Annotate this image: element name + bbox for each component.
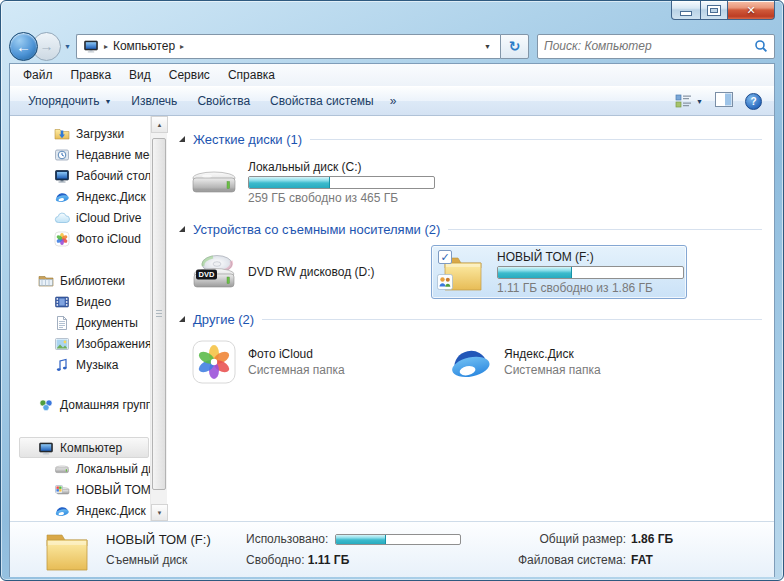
toolbar-right-group: ▼ ? <box>675 92 766 110</box>
close-icon: ✕ <box>746 4 755 17</box>
hard-drive-icon <box>190 164 238 200</box>
item-tile-yandex-disk[interactable]: Яндекс.Диск Системная папка <box>441 335 687 389</box>
collapse-triangle-icon <box>179 316 185 322</box>
change-view-button[interactable]: ▼ <box>675 93 703 109</box>
window-frame-bottom <box>1 577 783 581</box>
selection-checkbox[interactable]: ✓ <box>438 250 452 264</box>
system-properties-button[interactable]: Свойства системы <box>260 89 384 113</box>
check-icon: ✓ <box>440 251 449 263</box>
back-button[interactable]: ← <box>9 32 38 61</box>
sidebar-item-icloud-photos[interactable]: Фото iCloud <box>10 228 150 249</box>
sidebar-item-computer[interactable]: Компьютер <box>19 437 149 458</box>
capacity-bar <box>497 266 684 279</box>
group-hard-disks: Локальный диск (C:) 259 ГБ свободно из 4… <box>177 155 764 209</box>
sidebar-item-documents[interactable]: Документы <box>10 312 150 333</box>
title-bar[interactable]: ✕ <box>1 1 783 29</box>
drive-name: Локальный диск (C:) <box>248 160 427 174</box>
dvd-drive-icon: DVD <box>190 251 238 293</box>
address-dropdown-button[interactable]: ▼ <box>481 43 494 50</box>
sidebar-item-new-volume[interactable]: НОВЫЙ ТОМ (F: <box>10 479 150 500</box>
breadcrumb-separator-icon: ▸ <box>104 42 108 51</box>
help-button[interactable]: ? <box>745 93 762 110</box>
group-header-hard-disks[interactable]: Жесткие диски (1) <box>177 128 764 150</box>
properties-button[interactable]: Свойства <box>187 89 260 113</box>
preview-pane-button[interactable] <box>715 92 733 110</box>
sidebar-item-icloud-drive[interactable]: iCloud Drive <box>10 207 150 228</box>
explorer-window: ✕ ← → ▼ ▸ Компьютер ▸ ▼ ↻ Файл Правк <box>0 0 784 581</box>
sidebar-item-downloads[interactable]: Загрузки <box>10 123 150 144</box>
capacity-bar <box>248 176 435 189</box>
downloads-folder-icon <box>54 126 70 142</box>
sidebar-item-local-disk[interactable]: Локальный диск <box>10 458 150 479</box>
sidebar-item-pictures[interactable]: Изображения <box>10 333 150 354</box>
refresh-icon: ↻ <box>509 38 521 54</box>
search-box <box>537 34 775 59</box>
search-input[interactable] <box>544 39 754 53</box>
sidebar-item-recent-places[interactable]: Недавние места <box>10 144 150 165</box>
drive-tile-dvd[interactable]: DVD DVD RW дисковод (D:) <box>185 245 431 299</box>
minimize-icon <box>681 12 691 15</box>
scrollbar-thumb[interactable] <box>152 138 166 490</box>
hard-disk-icon <box>54 461 70 477</box>
group-header-other[interactable]: Другие (2) <box>177 308 764 330</box>
menu-tools[interactable]: Сервис <box>160 65 219 85</box>
eject-button[interactable]: Извлечь <box>121 89 187 113</box>
sidebar-item-yandex-disk-drive[interactable]: Яндекс.Диск <box>10 500 150 521</box>
free-label: Свободно: <box>246 553 305 567</box>
refresh-button[interactable]: ↻ <box>500 34 529 59</box>
sidebar-gap <box>10 375 150 394</box>
views-icon <box>675 93 692 109</box>
music-icon <box>54 357 70 373</box>
yandex-disk-icon <box>447 341 493 383</box>
sidebar-item-desktop[interactable]: Рабочий стол <box>10 165 150 186</box>
close-button[interactable]: ✕ <box>727 1 775 20</box>
group-header-rule <box>310 139 762 140</box>
sidebar-item-music[interactable]: Музыка <box>10 354 150 375</box>
sidebar-scrollbar[interactable]: ▲ ▼ <box>150 116 167 521</box>
address-bar[interactable]: ▸ Компьютер ▸ ▼ <box>76 34 500 59</box>
forward-arrow-icon: → <box>40 38 54 54</box>
pictures-icon <box>54 336 70 352</box>
menu-help[interactable]: Справка <box>219 65 284 85</box>
scroll-down-button[interactable]: ▼ <box>151 504 168 521</box>
free-space-text: 259 ГБ свободно из 465 ГБ <box>248 191 427 205</box>
icloud-photos-icon <box>54 231 70 247</box>
group-header-removable[interactable]: Устройства со съемными носителями (2) <box>177 218 764 240</box>
help-icon: ? <box>750 96 756 107</box>
history-dropdown-button[interactable]: ▼ <box>64 43 71 50</box>
group-removable: DVD DVD RW дисковод (D:) <box>177 245 764 299</box>
sidebar-item-libraries[interactable]: Библиотеки <box>10 270 150 291</box>
drive-tile-new-volume-f[interactable]: ✓ НОВЫЙ ТОМ (F:) 1.11 ГБ свободно из 1.8… <box>431 245 687 299</box>
minimize-button[interactable] <box>671 1 701 20</box>
homegroup-icon <box>38 397 54 413</box>
drive-tile-local-disk-c[interactable]: Локальный диск (C:) 259 ГБ свободно из 4… <box>185 155 431 209</box>
sidebar-item-homegroup[interactable]: Домашняя группа <box>10 394 150 415</box>
details-item-name: НОВЫЙ ТОМ (F:) <box>106 532 246 547</box>
maximize-button[interactable] <box>700 1 728 20</box>
menu-bar: Файл Правка Вид Сервис Справка <box>10 64 774 86</box>
icloud-drive-icon <box>54 210 70 226</box>
toolbar-overflow-button[interactable]: » <box>384 89 403 113</box>
window-body: Загрузки Недавние места Рабочий стол Янд… <box>10 116 774 521</box>
drive-name: НОВЫЙ ТОМ (F:) <box>497 250 682 264</box>
yandex-disk-icon <box>54 503 70 519</box>
folder-icon <box>44 527 90 573</box>
sidebar-item-yandex-disk[interactable]: Яндекс.Диск <box>10 186 150 207</box>
sidebar-item-videos[interactable]: Видео <box>10 291 150 312</box>
menu-view[interactable]: Вид <box>120 65 160 85</box>
items-view: Жесткие диски (1) <box>167 116 774 521</box>
organize-button[interactable]: Упорядочить▼ <box>18 89 121 113</box>
breadcrumb-separator-icon[interactable]: ▸ <box>180 42 184 51</box>
address-bar-group: ▸ Компьютер ▸ ▼ ↻ <box>76 34 529 59</box>
group-other: Фото iCloud Системная папка <box>177 335 764 389</box>
scroll-up-button[interactable]: ▲ <box>151 116 168 133</box>
menu-edit[interactable]: Правка <box>62 65 121 85</box>
breadcrumb-item-computer[interactable]: Компьютер <box>113 39 175 53</box>
svg-text:DVD: DVD <box>199 270 215 279</box>
chevron-down-icon: ▼ <box>696 98 703 105</box>
search-icon[interactable] <box>754 39 768 53</box>
scroll-down-icon: ▼ <box>157 510 163 516</box>
menu-file[interactable]: Файл <box>14 65 62 85</box>
item-tile-icloud-photos[interactable]: Фото iCloud Системная папка <box>185 335 431 389</box>
details-pane: НОВЫЙ ТОМ (F:) Использовано: Общий разме… <box>10 521 774 577</box>
